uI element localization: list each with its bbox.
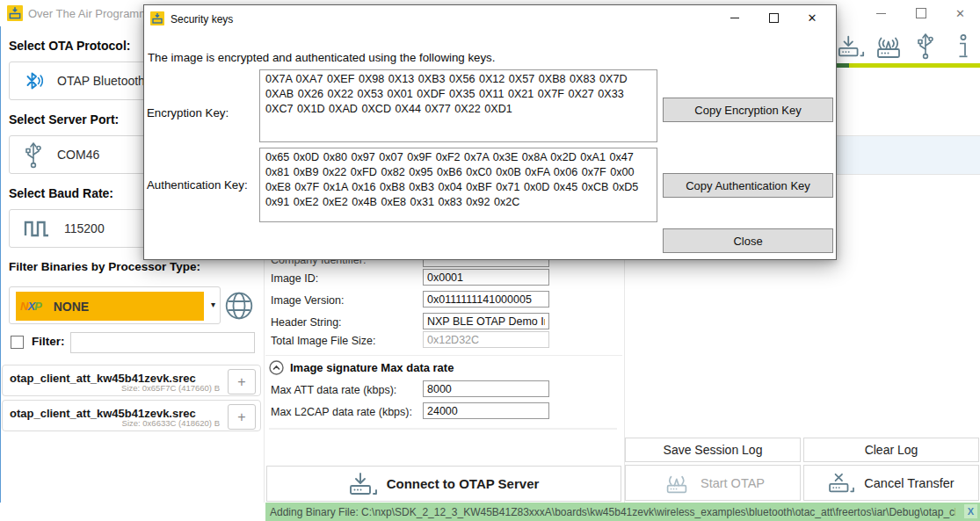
- header-string-input[interactable]: [423, 313, 549, 329]
- nxp-logo: NXP: [20, 300, 41, 313]
- binary-file-row[interactable]: otap_client_att_kw45b41zevk.srec Size: 0…: [2, 400, 261, 431]
- bluetooth-icon: [24, 70, 43, 91]
- close-icon: ✕: [808, 12, 817, 24]
- maximize-icon: [916, 8, 926, 18]
- max-l2cap-label: Max L2CAP data rate (kbps):: [271, 406, 412, 418]
- maximize-button[interactable]: [901, 0, 940, 26]
- server-port-value: COM46: [57, 148, 99, 162]
- authentication-key-label: Authentication Key:: [147, 178, 248, 192]
- dialog-minimize-button[interactable]: [715, 7, 754, 28]
- minimize-button[interactable]: [861, 0, 901, 26]
- dialog-close-action-button[interactable]: Close: [663, 228, 833, 253]
- binary-file-size: Size: 0x6633C (418620) B: [122, 418, 220, 428]
- window-title: Over The Air Programmin: [28, 7, 157, 20]
- baud-rate-value: 115200: [64, 221, 105, 235]
- security-keys-dialog: Security keys ✕ The image is encrypted a…: [143, 4, 837, 260]
- copy-authentication-key-button[interactable]: Copy Authentication Key: [663, 173, 833, 198]
- save-session-log-button[interactable]: Save Session Log: [625, 438, 801, 462]
- progress-bar-rest: [849, 63, 980, 68]
- total-file-size-label: Total Image File Size:: [271, 335, 376, 347]
- section-divider: [265, 355, 622, 356]
- info-icon: [956, 33, 970, 60]
- image-version-input[interactable]: [423, 291, 549, 308]
- image-id-label: Image ID:: [271, 272, 318, 285]
- cancel-transfer-button[interactable]: Cancel Transfer: [803, 465, 979, 501]
- usb-icon: [24, 141, 43, 169]
- filter-checkbox[interactable]: [11, 336, 24, 349]
- collapse-section-button[interactable]: Image signature Max data rate: [269, 360, 454, 375]
- encryption-key-label: Encryption Key:: [147, 106, 229, 119]
- signature-section-title: Image signature Max data rate: [290, 361, 454, 374]
- toolbar-usb-button[interactable]: [916, 32, 935, 60]
- close-button[interactable]: ✕: [940, 0, 980, 26]
- clear-log-button[interactable]: Clear Log: [803, 438, 979, 462]
- ota-protocol-label: Select OTA Protocol:: [9, 39, 130, 53]
- processor-filter-label: Filter Binaries by Processor Type:: [9, 260, 200, 273]
- server-port-label: Select Server Port:: [9, 112, 119, 127]
- broadcast-router-icon: [868, 33, 909, 60]
- device-download-icon: [838, 34, 866, 59]
- minimize-icon: [876, 13, 886, 14]
- globe-icon: [223, 290, 255, 322]
- chevron-up-circle-icon: [269, 360, 284, 375]
- toolbar-connect-button[interactable]: [838, 34, 866, 59]
- filter-input[interactable]: [70, 332, 255, 353]
- window-left-border: [0, 0, 1, 503]
- save-session-log-label: Save Session Log: [664, 443, 763, 457]
- processor-value: NONE: [54, 300, 89, 314]
- connect-otap-server-button[interactable]: Connect to OTAP Server: [266, 466, 621, 502]
- binary-file-size: Size: 0x65F7C (417660) B: [121, 383, 220, 393]
- copy-encryption-key-button[interactable]: Copy Encryption Key: [663, 98, 833, 122]
- plus-icon: +: [237, 409, 245, 425]
- dialog-close-action-label: Close: [733, 235, 762, 248]
- start-otap-button[interactable]: Start OTAP: [625, 465, 801, 501]
- add-file-button[interactable]: +: [228, 404, 256, 430]
- filter-label: Filter:: [32, 335, 65, 348]
- image-version-label: Image Version:: [271, 294, 344, 307]
- dialog-maximize-button[interactable]: [754, 7, 793, 28]
- binary-file-row[interactable]: otap_client_att_kw45b41zevk.srec Size: 0…: [2, 365, 261, 396]
- dialog-close-button[interactable]: ✕: [793, 7, 831, 28]
- usb-icon: [916, 32, 935, 60]
- status-bar: Adding Binary File: C:\nxp\SDK_2_12_3_KW…: [265, 503, 980, 521]
- window-controls: ✕: [861, 0, 980, 26]
- dialog-intro-text: The image is encrypted and authenticated…: [148, 51, 495, 64]
- processor-selected: NXP NONE: [16, 292, 204, 321]
- encryption-key-textbox[interactable]: 0X7A 0XA7 0XEF 0X98 0X13 0XB3 0X56 0X12 …: [259, 69, 657, 142]
- copy-authentication-key-label: Copy Authentication Key: [686, 179, 810, 192]
- plus-icon: +: [237, 374, 245, 390]
- max-att-label: Max ATT data rate (kbps):: [271, 384, 396, 396]
- total-file-size-input: [423, 331, 549, 348]
- device-download-icon: [349, 472, 379, 496]
- max-l2cap-input[interactable]: [423, 402, 549, 419]
- status-message: Adding Binary File: C:\nxp\SDK_2_12_3_KW…: [265, 506, 955, 518]
- processor-dropdown[interactable]: NXP NONE ▾: [9, 286, 221, 324]
- start-otap-label: Start OTAP: [701, 476, 765, 490]
- chevron-down-icon: ▾: [211, 300, 215, 309]
- baud-rate-label: Select Baud Rate:: [9, 186, 113, 200]
- connect-otap-server-label: Connect to OTAP Server: [387, 476, 540, 491]
- cancel-transfer-label: Cancel Transfer: [864, 476, 954, 490]
- image-id-input[interactable]: [423, 269, 549, 286]
- device-cancel-icon: [828, 472, 856, 495]
- maximize-icon: [769, 13, 779, 23]
- square-wave-icon: [24, 219, 50, 238]
- minimize-icon: [730, 18, 739, 18]
- toolbar-info-button[interactable]: [956, 33, 970, 60]
- header-string-label: Header String:: [271, 316, 342, 329]
- broadcast-router-icon: [661, 472, 693, 495]
- clear-log-label: Clear Log: [865, 443, 918, 457]
- add-file-button[interactable]: +: [228, 369, 256, 394]
- dialog-title: Security keys: [171, 13, 233, 25]
- toolbar-otap-button[interactable]: [868, 33, 909, 60]
- max-att-input[interactable]: [423, 380, 549, 397]
- processor-globe-button[interactable]: [221, 286, 257, 324]
- authentication-key-textbox[interactable]: 0x65 0x0D 0x80 0x97 0x07 0x9F 0xF2 0x7A …: [259, 148, 657, 222]
- copy-encryption-key-label: Copy Encryption Key: [694, 104, 801, 117]
- screen: { "colors": { "accent_lime": "#c3d600", …: [0, 0, 980, 521]
- dialog-icon: [150, 11, 164, 29]
- app-icon: [7, 5, 23, 25]
- close-icon: ✕: [955, 8, 965, 19]
- section-divider: [269, 428, 617, 430]
- status-close-button[interactable]: X: [964, 504, 977, 518]
